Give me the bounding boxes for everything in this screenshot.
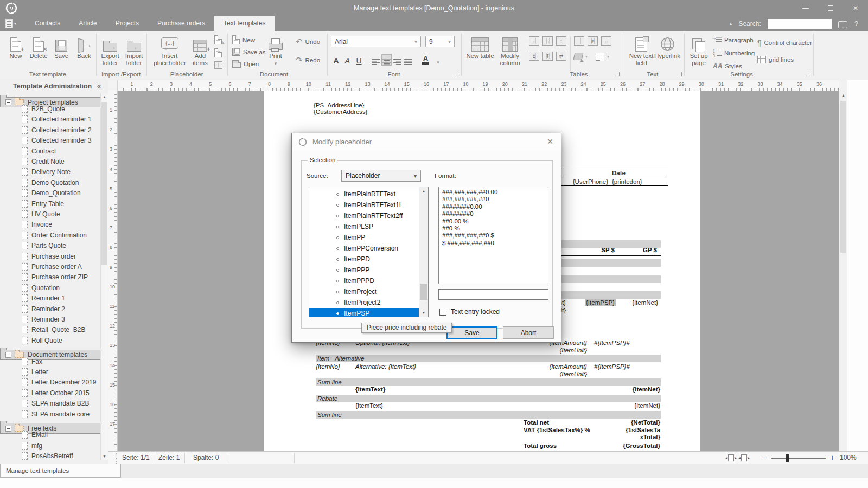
tree-item[interactable]: Parts Quote: [0, 241, 101, 251]
checkbox-icon[interactable]: [439, 309, 446, 316]
edit-placeholder-button[interactable]: ✎: [214, 35, 222, 44]
file-menu-button[interactable]: ▾: [5, 18, 22, 29]
insert-column-left-button[interactable]: ←: [529, 36, 539, 46]
tree-item[interactable]: Delivery Note: [0, 167, 101, 177]
settings-dialog-launcher-icon[interactable]: [806, 72, 810, 76]
placeholder-net-total[interactable]: {NetTotal}: [590, 419, 660, 426]
menu-tab[interactable]: Article: [69, 16, 106, 31]
insert-placeholder-button[interactable]: {...} Insert placeholder: [152, 34, 188, 66]
placeholder-gross-total[interactable]: {GrossTotal}: [590, 442, 660, 450]
format-option[interactable]: ##0.00 %: [442, 218, 545, 225]
align-right-button[interactable]: [392, 54, 403, 66]
bold-button[interactable]: A: [331, 54, 341, 66]
placeholder-option[interactable]: ItemPlainRTFText1L: [309, 200, 419, 210]
back-button[interactable]: Back: [73, 34, 95, 60]
maximize-button[interactable]: [818, 0, 843, 16]
underline-button[interactable]: U: [354, 54, 364, 66]
text-entry-locked-checkbox[interactable]: Text entry locked: [439, 308, 500, 316]
tree-item[interactable]: Collected reminder 2: [0, 125, 101, 135]
tree-item[interactable]: Reminder 1: [0, 293, 101, 304]
tree-item[interactable]: Reminder 2: [0, 304, 101, 314]
close-button[interactable]: ✕: [843, 0, 868, 16]
undo-button[interactable]: ↶Undo: [296, 37, 320, 46]
tables-dialog-launcher-icon[interactable]: [615, 72, 620, 76]
zoom-in-button[interactable]: +: [830, 453, 834, 462]
placeholder-option[interactable]: ItemPPD: [309, 254, 419, 265]
scrollbar-thumb[interactable]: [420, 284, 427, 300]
placeholder-customer-address[interactable]: {CustomerAddress}: [314, 108, 368, 115]
document-scrollbar[interactable]: ▲ ▼: [839, 80, 847, 464]
shading-button[interactable]: ▾: [574, 53, 588, 60]
custom-format-input[interactable]: [438, 289, 548, 300]
tree-item[interactable]: SEPA mandate core: [0, 409, 101, 419]
font-color-chevron[interactable]: ▾: [433, 54, 443, 66]
menu-tab[interactable]: Contacts: [25, 16, 69, 31]
placeholder-item-unit[interactable]: {ItemUnit}: [514, 371, 587, 378]
duplicate-button[interactable]: [214, 48, 222, 57]
zoom-slider-track[interactable]: [771, 458, 826, 459]
placeholder-option[interactable]: ItemPlainRTFText: [309, 189, 419, 200]
tree-item[interactable]: Collected reminder 1: [0, 114, 101, 125]
scrollbar-thumb[interactable]: [840, 101, 846, 253]
placeholder-vat-total-line2[interactable]: xTotal}: [590, 434, 660, 441]
tree-item[interactable]: EMail: [0, 430, 101, 440]
delete-template-button[interactable]: × Delete: [27, 34, 50, 60]
placeholder-option[interactable]: ItemPPPD: [309, 275, 419, 286]
menu-tab[interactable]: Text templates: [214, 16, 275, 31]
save-button[interactable]: Save: [446, 326, 497, 339]
row-down-button[interactable]: ↧: [542, 52, 553, 61]
add-items-button[interactable]: + Add items: [188, 34, 213, 66]
placeholder-item-net[interactable]: {ItemNet}: [590, 299, 658, 306]
align-center-button[interactable]: [381, 54, 392, 66]
collapse-ribbon-icon[interactable]: ▴: [729, 21, 732, 27]
menu-tab[interactable]: Purchase orders: [148, 16, 214, 31]
placeholder-item-unit[interactable]: {ItemUnit}: [514, 347, 587, 354]
grid-lines-button[interactable]: grid lines: [757, 56, 794, 63]
sum-item-text[interactable]: {ItemText}: [355, 386, 385, 393]
new-template-button[interactable]: + New: [4, 34, 27, 60]
placeholder-option[interactable]: ItemProject: [309, 286, 419, 297]
cell-width-button[interactable]: ↔: [601, 36, 611, 46]
import-folder-button[interactable]: ← Import folder: [122, 34, 146, 66]
paragraph-button[interactable]: Paragraph: [713, 36, 754, 43]
tree-item[interactable]: Quotation: [0, 282, 101, 293]
split-cells-button[interactable]: #: [588, 36, 598, 46]
rebate-item-net[interactable]: {ItemNet}: [590, 402, 660, 409]
format-option[interactable]: $ ###,###,###,##0: [442, 240, 545, 247]
tree-item[interactable]: Credit Note: [0, 156, 101, 166]
tree-item[interactable]: Roll Quote: [0, 335, 101, 345]
numbering-button[interactable]: 123Numbering: [713, 49, 755, 57]
font-color-button[interactable]: A: [420, 54, 431, 66]
minimize-button[interactable]: —: [793, 0, 818, 16]
format-option[interactable]: ##0 %: [442, 225, 545, 232]
placeholder-item-psp[interactable]: #{ItemPSP}#: [594, 363, 630, 370]
sidebar-scrollbar[interactable]: ▲ ▼: [100, 93, 108, 460]
tree-item[interactable]: Collected reminder 3: [0, 136, 101, 146]
dialog-close-icon[interactable]: ✕: [547, 137, 553, 146]
placeholder-option[interactable]: ItemPLSP: [309, 221, 419, 232]
document-open-button[interactable]: Open: [232, 60, 259, 68]
align-left-button[interactable]: [371, 54, 381, 66]
print-button[interactable]: Print ▾: [265, 34, 286, 66]
placeholder-item-amount[interactable]: {ItemAmount}: [514, 363, 587, 370]
placeholder-vat-total-line1[interactable]: {1stSalesTa: [590, 427, 660, 434]
placeholder-item-psp[interactable]: #{ItemPSP}#: [594, 339, 630, 346]
format-option[interactable]: ###,###,###,##0: [442, 196, 545, 203]
split-button[interactable]: [214, 61, 222, 69]
tree-item[interactable]: Letter October 2015: [0, 388, 101, 398]
font-size-select[interactable]: 9 ▾: [425, 36, 455, 47]
placeholder-list[interactable]: ▲ ▼ ItemPlainRTFText ItemPlainRTFText1L …: [309, 187, 429, 317]
fit-width-icon[interactable]: [741, 454, 747, 461]
scroll-up-icon[interactable]: ▲: [101, 93, 108, 99]
binoculars-icon[interactable]: [838, 20, 848, 28]
tree-item[interactable]: Fax: [0, 356, 101, 367]
rebate-item-text[interactable]: {ItemText}: [355, 402, 383, 409]
modify-column-button[interactable]: Modify column: [497, 34, 523, 66]
tree-item[interactable]: Purchase order: [0, 251, 101, 261]
placeholder-option[interactable]: ItemPP: [309, 232, 419, 243]
insert-row-above-button[interactable]: ↑: [556, 36, 566, 46]
format-option[interactable]: ###,###,###,##0 $: [442, 232, 545, 239]
list-scrollbar[interactable]: ▲ ▼: [419, 187, 428, 317]
document-new-button[interactable]: New: [232, 35, 255, 44]
fit-page-icon[interactable]: [728, 454, 734, 461]
